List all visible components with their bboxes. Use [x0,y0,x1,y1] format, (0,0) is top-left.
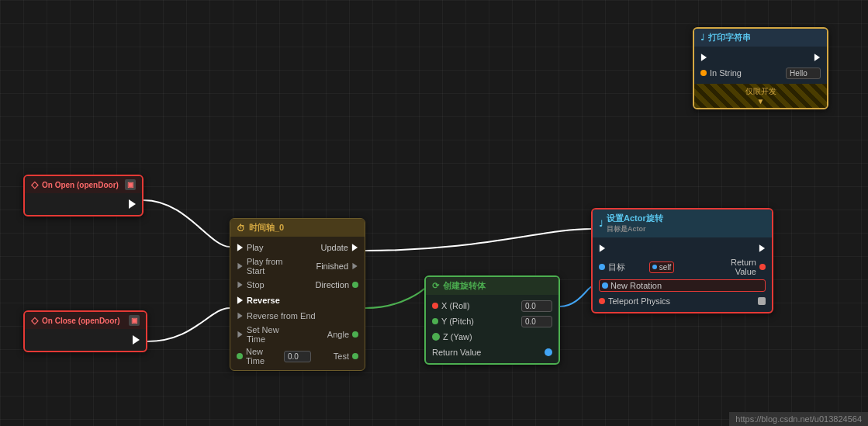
on-open-exec-out-pin [129,199,136,209]
dev-warning-bar: 仅限开发 [694,84,827,108]
collapse-icon[interactable]: ▣ [125,179,136,190]
x-roll-input[interactable] [521,300,552,312]
reverse-label: Reverse [247,296,358,305]
set-rot-body: 目标 self Return Value New Rotation Telepo… [593,237,772,312]
on-open-exec-row [25,196,142,212]
rev-end-label: Reverse from End [247,311,358,320]
print-header: ♩ 打印字符串 [694,29,827,47]
timeline-body: Play Update Play from Start Finished Sto… [230,237,365,370]
on-close-header: ◇ On Close (openDoor) ▣ [25,312,146,329]
on-open-header: ◇ On Open (openDoor) ▣ [25,176,142,193]
print-exec-row [694,50,827,65]
test-label: Test [314,352,349,361]
return-value-label: Return Value [718,258,756,276]
dev-warning-text: 仅限开发 [745,87,776,95]
test-out-pin [352,353,358,359]
create-rot-return-label: Return Value [432,348,541,357]
z-yaw-pin [432,333,440,341]
on-open-title: On Open (openDoor) [42,181,119,189]
on-close-title: On Close (openDoor) [42,317,120,325]
print-exec-out [814,54,820,61]
stop-label: Stop [247,280,296,289]
in-string-pin [700,70,707,76]
reverse-in-pin [237,296,243,304]
new-time-input[interactable] [284,351,311,362]
new-rotation-box: New Rotation [599,279,766,292]
direction-pin [352,282,358,288]
on-close-node: ◇ On Close (openDoor) ▣ [23,310,147,352]
teleport-checkbox[interactable] [758,297,766,305]
create-rot-icon: ⟳ [432,281,439,291]
timeline-reverse-row: Reverse [230,293,365,308]
on-open-body [25,193,142,215]
target-pin-inner [652,265,657,269]
in-string-label: In String [710,68,783,78]
timeline-node: ⏱ 时间轴_0 Play Update Play from Start Fini… [230,218,365,371]
url-text: https://blog.csdn.net/u013824564 [735,414,862,424]
direction-label: Direction [299,280,349,289]
set-rot-title-group: 设置Actor旋转 目标是Actor [607,213,663,234]
print-in-string-row: In String [694,65,827,81]
diamond-icon-2: ◇ [31,315,38,326]
play-label: Play [247,243,296,252]
return-value-pin [759,264,766,270]
x-roll-pin [432,303,438,309]
rev-end-in-pin [237,313,242,319]
y-pitch-label: Y (Pitch) [441,317,518,326]
set-rot-new-rot-row: New Rotation [593,278,772,293]
set-actor-rotation-node: ♩ 设置Actor旋转 目标是Actor 目标 self Return Valu… [591,208,773,313]
update-label: Update [299,243,349,252]
play-start-in-pin [237,263,242,269]
timeline-play-row: Play Update [230,240,365,255]
timeline-new-time-row: New Time Test [230,345,365,367]
on-open-node: ◇ On Open (openDoor) ▣ [23,175,144,216]
z-yaw-row: Z (Yaw) [426,329,558,345]
on-close-body [25,329,146,351]
new-time-label: New Time [246,347,281,365]
target-value-text: self [659,263,672,272]
on-close-exec-out-pin [133,335,140,345]
teleport-pin [599,298,605,304]
collapse-icon-2[interactable]: ▣ [129,315,140,326]
set-rot-exec-row [593,241,772,256]
url-bar: https://blog.csdn.net/u013824564 [729,412,868,426]
print-icon: ♩ [700,33,704,43]
set-rot-target-label: 目标 [608,261,646,273]
diamond-icon: ◇ [31,179,38,190]
stop-in-pin [237,282,242,288]
set-rot-title: 设置Actor旋转 [607,213,663,224]
timeline-rev-end-row: Reverse from End [230,308,365,324]
x-roll-row: X (Roll) [426,298,558,313]
play-start-label: Play from Start [247,257,296,275]
y-pitch-pin [432,318,438,324]
finished-out-pin [352,263,357,269]
set-time-in-pin [237,331,242,338]
new-rotation-label: New Rotation [610,281,662,290]
set-rot-exec-in [600,244,605,252]
set-rot-exec-out [759,244,765,252]
y-pitch-row: Y (Pitch) [426,313,558,329]
y-pitch-input[interactable] [521,316,552,327]
set-rot-icon: ♩ [599,219,603,229]
create-rotation-node: ⟳ 创建旋转体 X (Roll) Y (Pitch) Z (Yaw) Retur… [424,275,560,365]
set-rot-header: ♩ 设置Actor旋转 目标是Actor [593,210,772,237]
new-rot-pin [602,282,608,289]
create-rot-body: X (Roll) Y (Pitch) Z (Yaw) Return Value [426,295,558,363]
print-title: 打印字符串 [708,32,751,43]
set-rot-subtitle: 目标是Actor [607,224,663,234]
angle-label: Angle [299,330,349,339]
play-in-pin [237,244,243,251]
target-value-box: self [649,261,675,273]
print-body: In String [694,47,827,84]
timeline-icon: ⏱ [237,223,245,233]
finished-label: Finished [299,261,349,271]
in-string-input[interactable] [786,68,821,79]
x-roll-label: X (Roll) [441,301,518,310]
set-rot-teleport-row: Teleport Physics [593,293,772,309]
set-rot-target-row: 目标 self Return Value [593,256,772,278]
angle-out-pin [352,331,358,338]
create-rot-return-pin [545,348,552,356]
z-yaw-label: Z (Yaw) [443,332,552,341]
teleport-label: Teleport Physics [608,296,755,306]
timeline-stop-row: Stop Direction [230,277,365,293]
